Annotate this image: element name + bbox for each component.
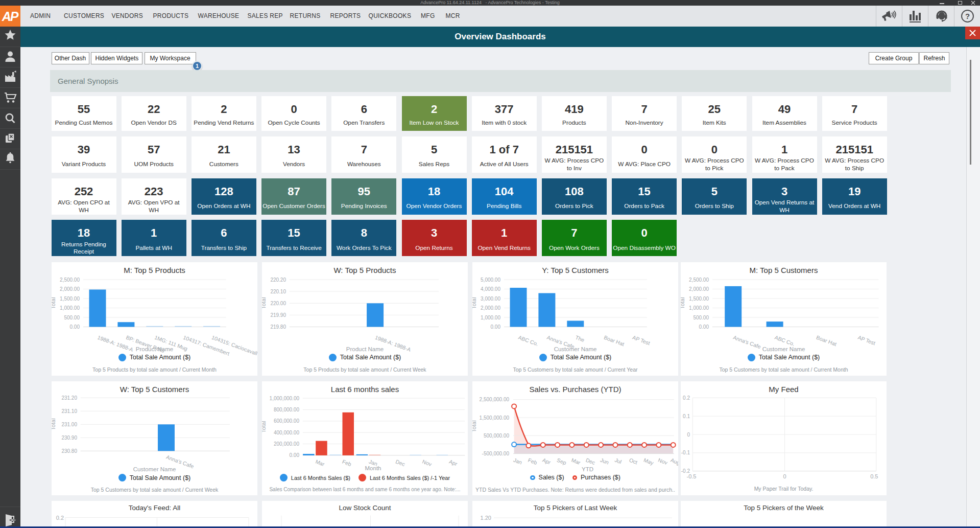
svg-text:0.00: 0.00 (290, 453, 300, 458)
svg-text:Boar Hat: Boar Hat (816, 334, 838, 347)
svg-text:219.80: 219.80 (270, 324, 286, 330)
svg-text:1,500.00: 1,500.00 (60, 295, 80, 301)
svg-text:1,000.00: 1,000.00 (60, 305, 80, 311)
svg-text:-500,000.00: -500,000.00 (482, 451, 510, 456)
svg-text:Total: Total (681, 297, 685, 309)
svg-text:1,500,000.00: 1,500,000.00 (480, 415, 510, 421)
svg-text:Total: Total (262, 297, 267, 309)
svg-text:2,000.00: 2,000.00 (481, 305, 500, 311)
svg-text:-0.5: -0.5 (687, 473, 697, 479)
svg-text:Oct: Oct (629, 457, 639, 466)
svg-text:220.20: 220.20 (270, 277, 286, 282)
svg-text:3,000.00: 3,000.00 (481, 295, 500, 301)
svg-text:2,500.00: 2,500.00 (689, 277, 709, 282)
svg-text:500.00: 500.00 (693, 314, 709, 320)
svg-text:800,000.00: 800,000.00 (274, 407, 299, 412)
svg-text:231.20: 231.20 (61, 395, 77, 401)
svg-text:May: May (643, 457, 655, 466)
svg-text:-0.1: -0.1 (681, 450, 690, 456)
svg-text:0.5: 0.5 (870, 473, 878, 479)
svg-text:AP Test: AP Test (857, 334, 876, 346)
svg-text:600,000.00: 600,000.00 (274, 419, 299, 424)
svg-text:Total: Total (52, 419, 56, 430)
svg-text:ABC Co.: ABC Co. (774, 334, 795, 347)
svg-text:AP Test: AP Test (632, 334, 651, 346)
svg-text:Total: Total (52, 297, 56, 309)
svg-text:0: 0 (783, 473, 786, 479)
svg-text:The: The (575, 334, 585, 343)
svg-text:ABC Co.: ABC Co. (517, 334, 539, 347)
svg-text:2,000.00: 2,000.00 (60, 286, 80, 292)
svg-text:1.20: 1.20 (481, 514, 491, 520)
svg-text:2,500,000.00: 2,500,000.00 (480, 397, 510, 403)
svg-text:Boar Hat: Boar Hat (603, 334, 625, 347)
svg-text:231.00: 231.00 (61, 422, 77, 427)
svg-text:Total: Total (262, 421, 267, 433)
svg-text:230.80: 230.80 (61, 448, 77, 454)
svg-text:220.00: 220.00 (270, 300, 286, 306)
svg-text:AP: AP (2, 9, 19, 24)
svg-text:Feb: Feb (527, 457, 538, 466)
svg-text:0.00: 0.00 (699, 324, 709, 330)
svg-text:Nov: Nov (657, 457, 668, 466)
svg-text:Mar: Mar (570, 457, 582, 466)
svg-text:230.90: 230.90 (61, 435, 77, 441)
svg-text:Jan: Jan (513, 457, 523, 466)
svg-text:0.00: 0.00 (491, 324, 501, 330)
svg-text:400,000.00: 400,000.00 (274, 430, 299, 435)
svg-text:Total: Total (472, 421, 477, 432)
svg-text:0.2: 0.2 (683, 395, 690, 401)
svg-text:5,000.00: 5,000.00 (481, 277, 500, 282)
svg-text:1,500.00: 1,500.00 (689, 295, 709, 301)
svg-text:Dec: Dec (585, 457, 596, 466)
svg-text:500.00: 500.00 (64, 314, 80, 320)
svg-text:Jun: Jun (600, 457, 610, 466)
svg-text:231.10: 231.10 (61, 408, 77, 414)
svg-text:4,000.00: 4,000.00 (481, 286, 500, 292)
svg-text:104315: Caciocavall: 104315: Caciocavall (211, 334, 257, 356)
svg-text:?: ? (965, 12, 970, 20)
svg-text:2,500.00: 2,500.00 (60, 277, 80, 282)
svg-text:Jul: Jul (614, 457, 623, 465)
svg-text:Aug: Aug (670, 457, 678, 466)
svg-text:1,000.00: 1,000.00 (481, 314, 500, 320)
svg-text:Apr: Apr (542, 457, 552, 466)
svg-text:1,000,000.00: 1,000,000.00 (270, 396, 300, 401)
svg-text:2,000.00: 2,000.00 (689, 286, 709, 292)
svg-text:219.90: 219.90 (270, 312, 286, 317)
svg-text:0.2: 0.2 (56, 515, 64, 521)
svg-text:500,000.00: 500,000.00 (484, 433, 509, 439)
svg-text:Sep: Sep (556, 457, 567, 466)
svg-text:220.10: 220.10 (270, 288, 286, 294)
svg-text:0.00: 0.00 (70, 324, 80, 330)
svg-text:0.1: 0.1 (683, 414, 690, 419)
svg-text:0: 0 (687, 432, 690, 438)
svg-text:Total: Total (472, 297, 477, 309)
svg-text:1,000.00: 1,000.00 (689, 305, 709, 311)
svg-text:200,000.00: 200,000.00 (274, 441, 299, 447)
